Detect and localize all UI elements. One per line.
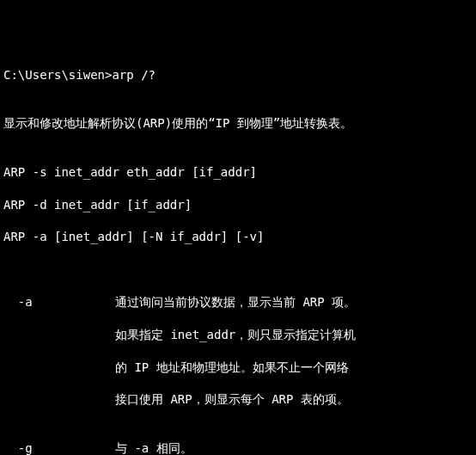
flag: -a <box>3 294 115 311</box>
syntax1: ARP -s inet_addr eth_addr [if_addr] <box>3 164 473 181</box>
flag <box>3 327 115 343</box>
flag <box>3 391 115 408</box>
intro: 显示和修改地址解析协议(ARP)使用的“IP 到物理”地址转换表。 <box>3 115 473 132</box>
desc: 如果指定 inet_addr，则只显示指定计算机 <box>115 327 356 343</box>
syntax2: ARP -d inet_addr [if_addr] <box>3 197 473 213</box>
opt-a-cont: 如果指定 inet_addr，则只显示指定计算机 <box>3 327 473 343</box>
flag <box>3 360 115 376</box>
syntax3: ARP -a [inet_addr] [-N if_addr] [-v] <box>3 229 473 245</box>
opt-a-cont: 接口使用 ARP，则显示每个 ARP 表的项。 <box>3 391 473 408</box>
desc: 与 -a 相同。 <box>115 440 192 455</box>
flag: -g <box>3 440 115 455</box>
opt-a-cont: 的 IP 地址和物理地址。如果不止一个网络 <box>3 360 473 376</box>
opt-a: -a通过询问当前协议数据，显示当前 ARP 项。 <box>3 294 473 311</box>
desc: 通过询问当前协议数据，显示当前 ARP 项。 <box>115 294 356 311</box>
desc: 的 IP 地址和物理地址。如果不止一个网络 <box>115 360 349 376</box>
prompt-line: C:\Users\siwen>arp /? <box>3 67 473 83</box>
opt-g: -g与 -a 相同。 <box>3 440 473 455</box>
desc: 接口使用 ARP，则显示每个 ARP 表的项。 <box>115 391 349 408</box>
